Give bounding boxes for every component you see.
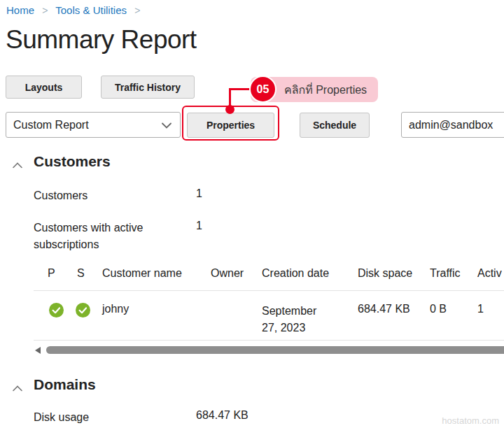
horizontal-scrollbar-thumb[interactable] <box>46 346 504 354</box>
customers-collapse-chevron-up-icon[interactable] <box>13 159 22 165</box>
column-header-customer-name: Customer name <box>102 267 182 280</box>
table-header-divider <box>34 290 504 291</box>
table-row-divider <box>34 340 504 341</box>
annotation-step-number: 05 <box>257 83 270 96</box>
watermark: hostatom.com <box>442 415 499 426</box>
breadcrumb-tools-utilities-link[interactable]: Tools & Utilities <box>55 4 127 16</box>
status-ok-icon <box>76 303 90 318</box>
annotation-step-badge: 05 <box>249 76 276 103</box>
column-header-s: S <box>77 267 85 280</box>
annotation-connector-dot <box>225 105 234 114</box>
report-select[interactable]: Custom Report <box>6 112 181 138</box>
customers-active-subs-label: Customers with active subscriptions <box>34 220 177 253</box>
scrollbar-left-arrow[interactable] <box>35 347 41 354</box>
customers-count-value: 1 <box>196 187 202 200</box>
status-ok-icon <box>49 303 64 318</box>
domains-section-title: Domains <box>34 376 96 393</box>
column-header-creation-date: Creation date <box>262 267 329 280</box>
breadcrumb: Home > Tools & Utilities > <box>6 4 145 16</box>
customers-table: P S Customer name Owner Creation date Di… <box>34 264 504 343</box>
cell-customer-name: johny <box>102 303 129 315</box>
chevron-down-icon <box>162 119 172 131</box>
properties-button[interactable]: Properties <box>187 113 274 138</box>
column-header-traffic: Traffic <box>430 267 461 280</box>
breadcrumb-home-link[interactable]: Home <box>6 4 34 16</box>
customers-section-title: Customers <box>34 153 111 170</box>
traffic-history-button[interactable]: Traffic History <box>101 76 195 99</box>
customers-count-label: Customers <box>34 187 88 204</box>
cell-disk-space: 684.47 KB <box>358 303 410 315</box>
report-select-value: Custom Report <box>13 119 162 131</box>
column-header-active: Activ <box>477 267 502 280</box>
cell-active: 1 <box>477 303 484 315</box>
column-header-p: P <box>48 267 55 280</box>
cell-creation-date: September 27, 2023 <box>262 303 332 336</box>
disk-usage-value: 684.47 KB <box>196 409 248 422</box>
schedule-button[interactable]: Schedule <box>300 113 370 138</box>
breadcrumb-separator: > <box>134 5 140 16</box>
annotation-connector-hline <box>229 88 251 90</box>
disk-usage-label: Disk usage <box>34 409 89 426</box>
breadcrumb-separator: > <box>42 5 48 16</box>
column-header-owner: Owner <box>211 267 244 280</box>
cell-traffic: 0 B <box>430 303 447 315</box>
domains-collapse-chevron-up-icon[interactable] <box>13 382 22 388</box>
annotation-label-text: คลิกที่ Properties <box>284 81 367 99</box>
report-email-input[interactable] <box>401 112 504 138</box>
customers-active-subs-value: 1 <box>196 220 202 232</box>
page-title: Summary Report <box>6 25 197 55</box>
column-header-disk-space: Disk space <box>358 267 412 280</box>
layouts-button[interactable]: Layouts <box>6 76 82 99</box>
